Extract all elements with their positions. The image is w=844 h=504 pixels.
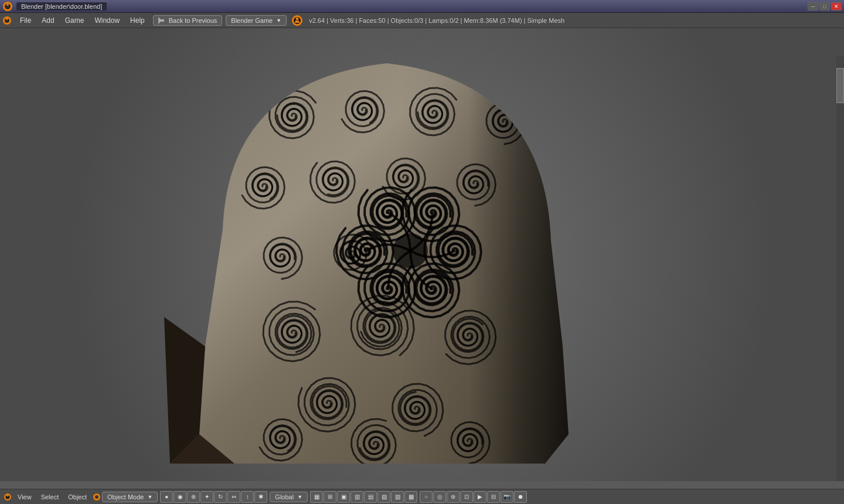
bottom-blender-icon	[4, 493, 12, 501]
scale-button[interactable]: ⇔	[227, 491, 240, 503]
scrollbar-thumb[interactable]	[836, 68, 844, 103]
extra-buttons-group: ○ ◎ ⊛ ⊡ ▶ ⊟ 📷 ⏺	[420, 491, 527, 503]
menu-add[interactable]: Add	[37, 15, 59, 26]
blender-menu-icon	[2, 16, 12, 25]
window-title: Blender [blender\door.blend]	[16, 2, 107, 11]
render2-button[interactable]: ▶	[474, 491, 486, 503]
grid-buttons-group: ▦ ⊞ ▣ ▥ ▤ ▧ ▨ ▩	[310, 491, 417, 503]
global-dropdown[interactable]: Global ▼	[270, 492, 308, 502]
back-to-previous-button[interactable]: Back to Previous	[153, 15, 223, 26]
back-arrow-icon	[158, 17, 166, 24]
svg-rect-11	[295, 21, 299, 22]
svg-rect-12	[295, 22, 300, 23]
view8-button[interactable]: ▩	[404, 491, 417, 503]
snap-button[interactable]: ✦	[200, 491, 213, 503]
title-bar-left: Blender [blender\door.blend]	[2, 1, 107, 12]
select-menu-button[interactable]: Select	[38, 493, 63, 501]
svg-point-17	[95, 495, 98, 499]
svg-point-2	[6, 4, 9, 6]
viewport-3d[interactable]	[0, 28, 844, 481]
blender-version-icon	[291, 15, 303, 26]
ndof-button[interactable]: ⊛	[447, 491, 460, 503]
mode-icon	[93, 493, 101, 501]
title-bar: Blender [blender\door.blend] ─ □ ✕	[0, 0, 844, 13]
menu-game[interactable]: Game	[60, 15, 89, 26]
render3-button[interactable]: ⊟	[487, 491, 500, 503]
viewport-scrollbar-vertical[interactable]	[836, 56, 844, 481]
close-button[interactable]: ✕	[831, 2, 842, 11]
blender-logo-icon	[2, 1, 13, 12]
wire-shading-button[interactable]: ◉	[173, 491, 186, 503]
maximize-button[interactable]: □	[819, 2, 830, 11]
svg-point-10	[296, 17, 299, 20]
view3-button[interactable]: ▣	[337, 491, 350, 503]
translate-button[interactable]: ↕	[241, 491, 254, 503]
menu-help[interactable]: Help	[125, 15, 149, 26]
view6-button[interactable]: ▧	[377, 491, 390, 503]
view-menu-button[interactable]: View	[14, 493, 35, 501]
grid-view-button2[interactable]: ⊞	[324, 491, 336, 503]
snap-to-button[interactable]: ◎	[433, 491, 446, 503]
view4-button[interactable]: ▥	[350, 491, 363, 503]
record-button[interactable]: ⏺	[514, 491, 527, 503]
minimize-button[interactable]: ─	[808, 2, 818, 11]
status-info: v2.64 | Verts:36 | Faces:50 | Objects:0/…	[309, 17, 564, 24]
menu-window[interactable]: Window	[90, 15, 124, 26]
view7-button[interactable]: ▨	[391, 491, 404, 503]
pivot-button[interactable]: ⊕	[187, 491, 200, 503]
grid-view-button[interactable]: ▦	[310, 491, 323, 503]
render-button[interactable]: ⊡	[460, 491, 473, 503]
engine-selector[interactable]: Blender Game ▼	[226, 15, 287, 26]
menu-bar: File Add Game Window Help Back to Previo…	[0, 13, 844, 28]
view5-button[interactable]: ▤	[364, 491, 377, 503]
3d-viewport-canvas[interactable]	[0, 28, 844, 481]
window-controls: ─ □ ✕	[808, 2, 842, 11]
camera-button[interactable]: 📷	[501, 491, 513, 503]
menu-file[interactable]: File	[15, 15, 36, 26]
proportional-button[interactable]: ○	[420, 491, 433, 503]
object-menu-button[interactable]: Object	[64, 493, 90, 501]
svg-point-15	[6, 494, 9, 496]
mode-dropdown[interactable]: Object Mode ▼	[102, 492, 158, 502]
viewport-controls-group: ● ◉ ⊕ ✦ ↻ ⇔ ↕ ✱	[160, 491, 267, 503]
svg-point-5	[6, 18, 8, 20]
svg-marker-7	[158, 17, 162, 24]
mode-selector-group: Object Mode ▼	[93, 492, 158, 502]
rotate-button[interactable]: ↻	[214, 491, 227, 503]
bottom-toolbar: View Select Object Object Mode ▼ ● ◉ ⊕ ✦…	[0, 489, 844, 504]
solid-shading-button[interactable]: ●	[160, 491, 173, 503]
transform-button[interactable]: ✱	[254, 491, 267, 503]
